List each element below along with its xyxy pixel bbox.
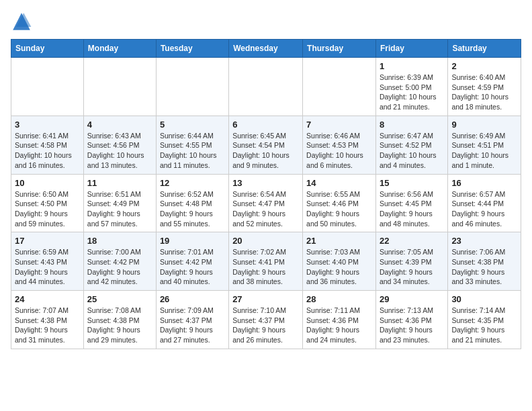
calendar-cell (229, 58, 303, 116)
day-info: Sunrise: 6:47 AM Sunset: 4:52 PM Dayligh… (380, 131, 444, 171)
day-info: Sunrise: 7:13 AM Sunset: 4:36 PM Dayligh… (380, 306, 444, 345)
day-number: 3 (15, 120, 80, 130)
day-number: 29 (380, 294, 444, 304)
day-number: 19 (160, 236, 225, 246)
day-info: Sunrise: 7:05 AM Sunset: 4:39 PM Dayligh… (380, 247, 444, 287)
day-number: 30 (451, 294, 517, 304)
day-number: 7 (306, 120, 372, 130)
day-info: Sunrise: 6:52 AM Sunset: 4:48 PM Dayligh… (160, 189, 225, 229)
calendar-cell: 23Sunrise: 7:06 AM Sunset: 4:38 PM Dayli… (448, 232, 521, 291)
weekday-header-saturday: Saturday (448, 40, 521, 58)
day-number: 27 (232, 294, 299, 304)
calendar-cell: 14Sunrise: 6:55 AM Sunset: 4:46 PM Dayli… (303, 174, 376, 232)
calendar-week-5: 24Sunrise: 7:07 AM Sunset: 4:38 PM Dayli… (11, 291, 521, 349)
calendar-cell: 30Sunrise: 7:14 AM Sunset: 4:35 PM Dayli… (448, 291, 521, 349)
day-number: 17 (15, 236, 80, 246)
day-number: 9 (451, 120, 517, 130)
calendar-cell: 18Sunrise: 7:00 AM Sunset: 4:42 PM Dayli… (83, 232, 156, 291)
day-number: 4 (87, 120, 152, 130)
day-info: Sunrise: 6:40 AM Sunset: 4:59 PM Dayligh… (451, 73, 517, 112)
day-number: 23 (451, 236, 517, 246)
day-info: Sunrise: 7:10 AM Sunset: 4:37 PM Dayligh… (232, 306, 299, 345)
logo-icon (11, 11, 32, 32)
calendar-cell: 4Sunrise: 6:43 AM Sunset: 4:56 PM Daylig… (83, 116, 156, 174)
calendar-week-3: 10Sunrise: 6:50 AM Sunset: 4:50 PM Dayli… (11, 174, 521, 232)
day-info: Sunrise: 6:55 AM Sunset: 4:46 PM Dayligh… (306, 189, 372, 229)
day-number: 13 (232, 178, 299, 188)
day-number: 21 (306, 236, 372, 246)
calendar-cell: 13Sunrise: 6:54 AM Sunset: 4:47 PM Dayli… (229, 174, 303, 232)
calendar-cell: 3Sunrise: 6:41 AM Sunset: 4:58 PM Daylig… (11, 116, 84, 174)
day-number: 26 (160, 294, 225, 304)
calendar-cell: 19Sunrise: 7:01 AM Sunset: 4:42 PM Dayli… (156, 232, 228, 291)
day-info: Sunrise: 7:06 AM Sunset: 4:38 PM Dayligh… (451, 247, 517, 287)
calendar-cell: 12Sunrise: 6:52 AM Sunset: 4:48 PM Dayli… (156, 174, 228, 232)
calendar-cell: 11Sunrise: 6:51 AM Sunset: 4:49 PM Dayli… (83, 174, 156, 232)
calendar-cell: 7Sunrise: 6:46 AM Sunset: 4:53 PM Daylig… (303, 116, 376, 174)
day-number: 14 (306, 178, 372, 188)
weekday-header-tuesday: Tuesday (156, 40, 228, 58)
calendar-cell: 29Sunrise: 7:13 AM Sunset: 4:36 PM Dayli… (375, 291, 447, 349)
calendar-cell: 1Sunrise: 6:39 AM Sunset: 5:00 PM Daylig… (375, 58, 447, 116)
day-info: Sunrise: 6:51 AM Sunset: 4:49 PM Dayligh… (87, 189, 152, 229)
calendar-cell: 16Sunrise: 6:57 AM Sunset: 4:44 PM Dayli… (448, 174, 521, 232)
day-number: 8 (380, 120, 444, 130)
day-number: 16 (451, 178, 517, 188)
day-info: Sunrise: 7:11 AM Sunset: 4:36 PM Dayligh… (306, 306, 372, 345)
day-number: 25 (87, 294, 152, 304)
calendar-cell: 27Sunrise: 7:10 AM Sunset: 4:37 PM Dayli… (229, 291, 303, 349)
calendar-cell: 24Sunrise: 7:07 AM Sunset: 4:38 PM Dayli… (11, 291, 84, 349)
day-info: Sunrise: 6:46 AM Sunset: 4:53 PM Dayligh… (306, 131, 372, 171)
header (11, 11, 521, 32)
day-info: Sunrise: 7:02 AM Sunset: 4:41 PM Dayligh… (232, 247, 299, 287)
day-number: 22 (380, 236, 444, 246)
day-number: 10 (15, 178, 80, 188)
day-info: Sunrise: 7:09 AM Sunset: 4:37 PM Dayligh… (160, 306, 225, 345)
calendar-week-1: 1Sunrise: 6:39 AM Sunset: 5:00 PM Daylig… (11, 58, 521, 116)
day-number: 5 (160, 120, 225, 130)
day-info: Sunrise: 7:14 AM Sunset: 4:35 PM Dayligh… (451, 306, 517, 345)
day-number: 1 (380, 61, 444, 71)
day-info: Sunrise: 7:08 AM Sunset: 4:38 PM Dayligh… (87, 306, 152, 345)
calendar-cell: 15Sunrise: 6:56 AM Sunset: 4:45 PM Dayli… (375, 174, 447, 232)
calendar-cell (83, 58, 156, 116)
weekday-header-sunday: Sunday (11, 40, 84, 58)
day-number: 20 (232, 236, 299, 246)
day-number: 18 (87, 236, 152, 246)
calendar-cell: 9Sunrise: 6:49 AM Sunset: 4:51 PM Daylig… (448, 116, 521, 174)
calendar-cell (11, 58, 84, 116)
calendar-cell: 10Sunrise: 6:50 AM Sunset: 4:50 PM Dayli… (11, 174, 84, 232)
calendar-week-4: 17Sunrise: 6:59 AM Sunset: 4:43 PM Dayli… (11, 232, 521, 291)
day-info: Sunrise: 6:54 AM Sunset: 4:47 PM Dayligh… (232, 189, 299, 229)
day-info: Sunrise: 6:50 AM Sunset: 4:50 PM Dayligh… (15, 189, 80, 229)
day-info: Sunrise: 7:03 AM Sunset: 4:40 PM Dayligh… (306, 247, 372, 287)
calendar-cell: 6Sunrise: 6:45 AM Sunset: 4:54 PM Daylig… (229, 116, 303, 174)
calendar-cell (303, 58, 376, 116)
calendar-cell: 2Sunrise: 6:40 AM Sunset: 4:59 PM Daylig… (448, 58, 521, 116)
weekday-header-friday: Friday (375, 40, 447, 58)
day-info: Sunrise: 7:07 AM Sunset: 4:38 PM Dayligh… (15, 306, 80, 345)
day-info: Sunrise: 6:43 AM Sunset: 4:56 PM Dayligh… (87, 131, 152, 171)
day-number: 12 (160, 178, 225, 188)
day-info: Sunrise: 6:41 AM Sunset: 4:58 PM Dayligh… (15, 131, 80, 171)
calendar-cell: 8Sunrise: 6:47 AM Sunset: 4:52 PM Daylig… (375, 116, 447, 174)
day-info: Sunrise: 6:39 AM Sunset: 5:00 PM Dayligh… (380, 73, 444, 112)
weekday-header-wednesday: Wednesday (229, 40, 303, 58)
day-info: Sunrise: 6:45 AM Sunset: 4:54 PM Dayligh… (232, 131, 299, 171)
calendar-cell: 5Sunrise: 6:44 AM Sunset: 4:55 PM Daylig… (156, 116, 228, 174)
calendar-cell: 26Sunrise: 7:09 AM Sunset: 4:37 PM Dayli… (156, 291, 228, 349)
calendar-cell: 22Sunrise: 7:05 AM Sunset: 4:39 PM Dayli… (375, 232, 447, 291)
calendar-week-2: 3Sunrise: 6:41 AM Sunset: 4:58 PM Daylig… (11, 116, 521, 174)
calendar-cell: 20Sunrise: 7:02 AM Sunset: 4:41 PM Dayli… (229, 232, 303, 291)
day-number: 24 (15, 294, 80, 304)
logo (11, 11, 35, 32)
calendar-table: SundayMondayTuesdayWednesdayThursdayFrid… (11, 39, 521, 349)
calendar-header-row: SundayMondayTuesdayWednesdayThursdayFrid… (11, 40, 521, 58)
calendar-cell: 17Sunrise: 6:59 AM Sunset: 4:43 PM Dayli… (11, 232, 84, 291)
weekday-header-monday: Monday (83, 40, 156, 58)
day-number: 11 (87, 178, 152, 188)
day-number: 2 (451, 61, 517, 71)
day-number: 6 (232, 120, 299, 130)
day-info: Sunrise: 7:00 AM Sunset: 4:42 PM Dayligh… (87, 247, 152, 287)
weekday-header-thursday: Thursday (303, 40, 376, 58)
